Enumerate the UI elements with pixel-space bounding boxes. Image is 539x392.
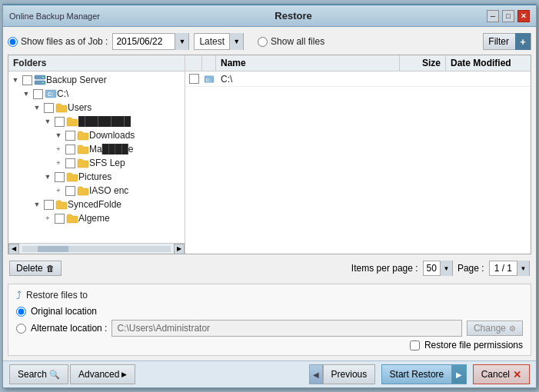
folder-alg-icon (66, 213, 78, 224)
col-icon (202, 55, 216, 71)
page-nav[interactable]: 1 / 1 ▼ (489, 261, 530, 276)
maximize-button[interactable]: □ (502, 10, 514, 22)
tree-item-synced[interactable]: ▼ SyncedFolde (8, 198, 185, 211)
start-restore-label-text: Start Restore (390, 369, 444, 380)
file-row[interactable]: C: C:\ (185, 71, 531, 87)
svg-point-3 (42, 82, 44, 84)
tree-item-users[interactable]: ▼ Users (8, 101, 185, 115)
alternate-radio[interactable] (16, 324, 26, 334)
delete-label: Delete (16, 263, 43, 274)
expand-icon-sync[interactable]: ▼ (32, 199, 42, 210)
checkbox-users[interactable] (44, 103, 54, 113)
close-button[interactable]: ✕ (517, 10, 530, 22)
expand-icon-c[interactable]: ▼ (21, 88, 32, 99)
original-radio[interactable] (16, 307, 26, 317)
expand-icon-sfs[interactable]: + (53, 158, 64, 168)
file-drive-icon: C: (204, 75, 215, 84)
latest-combo[interactable]: Latest ▼ (194, 33, 244, 50)
show-all-radio-input[interactable] (258, 37, 268, 47)
expand-icon-user[interactable]: ▼ (42, 116, 53, 127)
checkbox-alg[interactable] (55, 214, 65, 224)
latest-dropdown-arrow[interactable]: ▼ (229, 33, 243, 50)
checkbox-mg[interactable] (65, 145, 75, 154)
checkbox-backup-server[interactable] (22, 75, 32, 85)
tree-item-iaso[interactable]: + IASO enc (8, 184, 185, 198)
date-input[interactable] (113, 34, 175, 49)
label-algeme: Algeme (78, 213, 110, 224)
tree-item-algeme[interactable]: + Algeme (8, 211, 185, 225)
alternate-input[interactable] (111, 320, 462, 337)
tree-item-downloads[interactable]: ▼ Downloads (8, 128, 185, 142)
tree-item-pictures[interactable]: ▼ Pictures (8, 170, 185, 184)
col-name[interactable]: Name (216, 55, 400, 71)
footer: Search 🔍 Advanced ▶ ◀ Previous Start Res… (3, 360, 536, 387)
change-button[interactable]: Change ⚙ (467, 321, 523, 336)
dialog-content: Show files as of Job : ▼ Latest ▼ Show a… (3, 27, 536, 360)
items-per-page-label: Items per page : (351, 263, 418, 274)
window-controls: ─ □ ✕ (487, 10, 530, 22)
checkbox-c[interactable] (33, 89, 43, 99)
expand-icon-mg[interactable]: + (53, 144, 64, 154)
previous-button[interactable]: Previous (323, 364, 376, 384)
delete-icon: 🗑 (46, 264, 55, 273)
expand-icon-pics[interactable]: ▼ (42, 171, 53, 182)
file-list[interactable]: C: C:\ (185, 71, 531, 254)
minimize-button[interactable]: ─ (487, 10, 499, 22)
app-title: Online Backup Manager (9, 12, 100, 21)
restore-title-label: Restore files to (26, 290, 88, 301)
filter-plus-icon[interactable]: + (515, 33, 531, 50)
scroll-right[interactable]: ▶ (174, 244, 185, 254)
cancel-x-icon: ✕ (513, 369, 521, 380)
tree-item-backup-server[interactable]: ▼ Backup Server (8, 73, 185, 87)
checkbox-iaso[interactable] (65, 186, 75, 196)
delete-button[interactable]: Delete 🗑 (9, 261, 62, 276)
cancel-button[interactable]: Cancel ✕ (473, 364, 530, 384)
label-backup-server: Backup Server (46, 75, 107, 85)
alternate-location-row: Alternate location : Change ⚙ (16, 320, 523, 337)
page-value: 1 / 1 (490, 263, 517, 274)
file-check[interactable] (185, 74, 202, 84)
folder-users-icon (55, 102, 68, 113)
show-files-radio[interactable]: Show files as of Job : (8, 36, 108, 47)
expand-icon-iaso[interactable]: + (53, 185, 64, 196)
date-combo[interactable]: ▼ (112, 33, 189, 50)
search-button[interactable]: Search 🔍 (9, 364, 68, 384)
file-panel: Name Size Date Modified C: (185, 55, 531, 254)
filter-button[interactable]: Filter + (483, 33, 531, 50)
checkbox-dl[interactable] (65, 131, 75, 141)
col-date[interactable]: Date Modified (446, 55, 531, 71)
items-per-page-combo[interactable]: 50 ▼ (423, 261, 453, 276)
folder-tree[interactable]: ▼ Backup Server ▼ (8, 71, 185, 243)
page-nav-arrow[interactable]: ▼ (517, 261, 529, 276)
scroll-left[interactable]: ◀ (8, 244, 19, 254)
checkbox-pics[interactable] (55, 172, 65, 182)
label-user: ████████ (78, 116, 131, 127)
file-checkbox[interactable] (189, 74, 199, 84)
tree-item-manage[interactable]: + Ma████e (8, 142, 185, 156)
page-size-arrow[interactable]: ▼ (440, 261, 452, 276)
tree-item-c-drive[interactable]: ▼ C: C:\ (8, 87, 185, 101)
start-restore-button[interactable]: Start Restore (381, 364, 452, 384)
col-size[interactable]: Size (400, 55, 446, 71)
original-location-option[interactable]: Original location (16, 306, 523, 317)
expand-icon-alg[interactable]: + (42, 213, 53, 224)
show-files-radio-input[interactable] (8, 37, 18, 47)
dialog-title: Restore (274, 10, 311, 22)
scrollbar-thumb[interactable] (38, 246, 68, 252)
tree-item-user-folder[interactable]: ▼ ████████ (8, 115, 185, 128)
show-all-radio[interactable]: Show all files (258, 36, 324, 47)
tree-item-sfs[interactable]: + SFS Lep (8, 156, 185, 170)
svg-text:C:: C: (206, 77, 211, 81)
permissions-checkbox[interactable] (410, 341, 420, 350)
checkbox-sync[interactable] (44, 200, 54, 210)
checkbox-sfs[interactable] (65, 158, 75, 168)
col-check (185, 55, 202, 71)
start-restore-arrow[interactable]: ▶ (451, 364, 467, 384)
expand-icon[interactable]: ▼ (10, 75, 21, 85)
expand-icon-dl[interactable]: ▼ (53, 130, 64, 141)
expand-icon-users[interactable]: ▼ (32, 102, 42, 113)
previous-arrow-icon[interactable]: ◀ (309, 364, 323, 384)
checkbox-user[interactable] (55, 117, 65, 127)
date-dropdown-arrow[interactable]: ▼ (175, 33, 188, 50)
advanced-button[interactable]: Advanced ▶ (70, 364, 135, 384)
